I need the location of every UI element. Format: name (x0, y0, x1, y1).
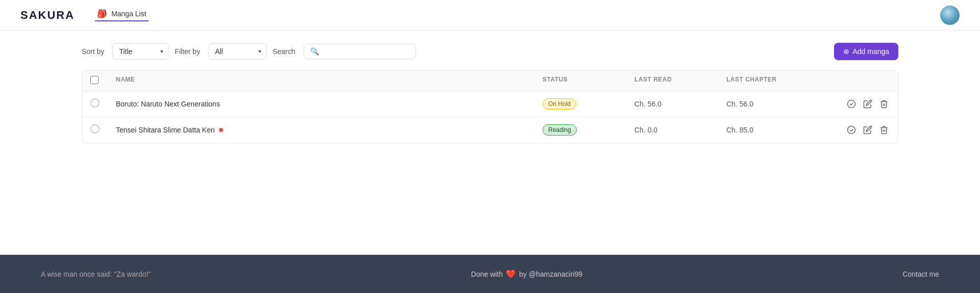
row-2-status-badge: Reading (543, 124, 577, 136)
manga-table: NAME STATUS LAST READ LAST CHAPTER Borut… (82, 70, 898, 143)
new-chapter-dot-icon (219, 128, 223, 132)
sort-select[interactable]: Title Name Status Last Read (112, 43, 168, 60)
col-last-chapter-header: LAST CHAPTER (726, 76, 828, 86)
filter-select-wrapper: All Reading On Hold Completed Dropped ▾ (208, 43, 266, 60)
row-2-edit-button[interactable] (862, 124, 873, 136)
check-circle-icon (847, 125, 856, 135)
row-1-actions (828, 98, 890, 110)
avatar-image (940, 6, 960, 25)
row-1-name: Boruto: Naruto Next Generations (116, 100, 543, 108)
search-label: Search (273, 47, 295, 56)
col-status-header: STATUS (543, 76, 634, 86)
col-last-read-header: LAST READ (634, 76, 726, 86)
toolbar: Sort by Title Name Status Last Read ▾ Fi… (0, 31, 980, 70)
row-1-complete-button[interactable] (846, 98, 857, 110)
filter-select[interactable]: All Reading On Hold Completed Dropped (208, 43, 266, 60)
footer-credit: Done with ❤️ by @hamzanaciri99 (471, 269, 582, 279)
row-1-status-badge: On Hold (543, 98, 576, 110)
row-2-last-read: Ch. 0.0 (634, 126, 726, 134)
row-1-checkbox[interactable] (90, 98, 100, 108)
row-1-name-text: Boruto: Naruto Next Generations (116, 100, 220, 108)
logo: SAKURA (20, 9, 75, 22)
trash-icon (879, 125, 889, 135)
row-1-last-chapter: Ch. 56.0 (726, 100, 828, 108)
table-header: NAME STATUS LAST READ LAST CHAPTER (82, 71, 898, 91)
nav-manga-list[interactable]: 🎒 Manga List (95, 9, 148, 21)
row-1-delete-button[interactable] (878, 98, 890, 110)
header: SAKURA 🎒 Manga List (0, 0, 980, 31)
search-input[interactable] (323, 47, 409, 56)
col-checkbox-header (90, 76, 116, 86)
footer-credit-prefix: Done with (471, 270, 503, 278)
row-2-delete-button[interactable] (878, 124, 890, 136)
search-box: 🔍 (304, 44, 416, 59)
row-2-last-chapter: Ch. 85.0 (726, 126, 828, 134)
row-2-status: Reading (543, 124, 634, 136)
footer-credit-by: by @hamzanaciri99 (519, 270, 582, 278)
nav-manga-list-label: Manga List (111, 10, 146, 18)
row-1-last-read: Ch. 56.0 (634, 100, 726, 108)
row-1-edit-button[interactable] (862, 98, 873, 110)
row-2-checkbox[interactable] (90, 124, 100, 134)
sort-select-wrapper: Title Name Status Last Read ▾ (112, 43, 168, 60)
col-actions-header (828, 76, 890, 86)
row-2-name: Tensei Shitara Slime Datta Ken (116, 126, 543, 134)
add-plus-icon: ⊕ (843, 47, 849, 56)
search-icon: 🔍 (310, 47, 319, 56)
row-checkbox-cell (90, 124, 116, 136)
row-2-complete-button[interactable] (846, 124, 857, 136)
svg-point-0 (848, 100, 855, 108)
edit-icon (863, 125, 872, 135)
select-all-checkbox[interactable] (90, 76, 99, 84)
row-checkbox-cell (90, 98, 116, 110)
filter-label: Filter by (175, 47, 200, 56)
avatar[interactable] (940, 6, 960, 25)
footer: A wise man once said: "Za wardo!" Done w… (0, 255, 980, 293)
add-manga-label: Add manga (852, 47, 889, 56)
check-circle-icon (847, 99, 856, 109)
row-1-status: On Hold (543, 98, 634, 110)
table-row: Boruto: Naruto Next Generations On Hold … (82, 91, 898, 117)
col-name-header: NAME (116, 76, 543, 86)
heart-icon: ❤️ (506, 269, 516, 279)
row-2-actions (828, 124, 890, 136)
svg-point-1 (848, 126, 855, 134)
row-2-name-text: Tensei Shitara Slime Datta Ken (116, 126, 215, 134)
add-manga-button[interactable]: ⊕ Add manga (834, 43, 898, 60)
table-row: Tensei Shitara Slime Datta Ken Reading C… (82, 117, 898, 143)
footer-quote: A wise man once said: "Za wardo!" (41, 270, 151, 278)
main-content: Sort by Title Name Status Last Read ▾ Fi… (0, 31, 980, 255)
manga-list-icon: 🎒 (97, 9, 107, 18)
sort-label: Sort by (82, 47, 104, 56)
edit-icon (863, 99, 872, 109)
footer-contact-link[interactable]: Contact me (902, 270, 939, 278)
trash-icon (879, 99, 889, 109)
